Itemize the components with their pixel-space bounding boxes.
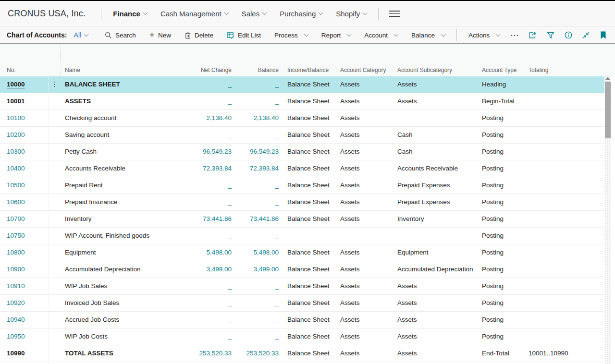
- row-menu[interactable]: ⋮: [49, 211, 61, 227]
- more-options-icon[interactable]: ⋯: [506, 30, 523, 40]
- cell-account-no[interactable]: 10000: [0, 76, 49, 93]
- bookmark-icon[interactable]: [600, 31, 606, 39]
- cell-balance[interactable]: _: [232, 278, 283, 294]
- cell-account-name[interactable]: LIABILITIES: [61, 362, 186, 364]
- table-row[interactable]: 10001 ⋮ ASSETS _ _ Balance Sheet Assets …: [0, 93, 604, 110]
- row-menu[interactable]: ⋮: [49, 228, 61, 244]
- cell-balance[interactable]: 96,549.23: [232, 144, 283, 160]
- table-row[interactable]: 10700 ⋮ Inventory 73,441.86 73,441.86 Ba…: [0, 211, 604, 228]
- cell-account-no[interactable]: 10910: [0, 278, 49, 294]
- cell-net-change[interactable]: 72,393.84: [186, 160, 232, 177]
- row-menu[interactable]: ⋮: [49, 127, 61, 143]
- cell-balance[interactable]: _: [232, 177, 283, 194]
- search-button[interactable]: Search: [102, 32, 139, 39]
- actions-menu[interactable]: Actions: [466, 32, 503, 39]
- row-menu[interactable]: ⋮: [49, 93, 61, 109]
- row-menu[interactable]: ⋮: [49, 362, 61, 364]
- table-row[interactable]: 10990 ⋮ TOTAL ASSETS 253,520.33 253,520.…: [0, 345, 604, 362]
- cell-account-name[interactable]: Saving account: [61, 127, 186, 143]
- scrollbar-thumb[interactable]: [605, 82, 611, 138]
- table-row[interactable]: 10300 ⋮ Petty Cash 96,549.23 96,549.23 B…: [0, 144, 604, 160]
- cell-balance[interactable]: 5,498.00: [232, 244, 283, 261]
- cell-net-change[interactable]: _: [186, 93, 232, 109]
- cell-net-change[interactable]: 253,520.33: [186, 345, 232, 362]
- cell-account-name[interactable]: WIP Job Costs: [61, 328, 186, 345]
- column-header-account-category[interactable]: Account Category: [335, 64, 393, 76]
- cell-account-name[interactable]: Prepaid Insurance: [61, 194, 186, 210]
- cell-net-change[interactable]: 5,498.00: [186, 244, 232, 261]
- table-row[interactable]: 10600 ⋮ Prepaid Insurance _ _ Balance Sh…: [0, 194, 604, 211]
- cell-account-no[interactable]: 10600: [0, 194, 49, 210]
- cell-account-name[interactable]: Inventory: [61, 211, 186, 227]
- row-menu[interactable]: ⋮: [49, 76, 61, 93]
- table-row[interactable]: 10200 ⋮ Saving account _ _ Balance Sheet…: [0, 127, 604, 144]
- cell-account-name[interactable]: WIP Account, Finished goods: [61, 228, 186, 244]
- column-header-totaling[interactable]: Totaling: [524, 64, 604, 76]
- collapse-view-icon[interactable]: [582, 31, 590, 39]
- row-menu[interactable]: ⋮: [49, 160, 61, 177]
- vertical-scrollbar[interactable]: [604, 75, 611, 364]
- cell-account-no[interactable]: 10950: [0, 328, 49, 345]
- cell-account-name[interactable]: Petty Cash: [61, 144, 186, 160]
- column-header-income-balance[interactable]: Income/Balance: [283, 64, 335, 76]
- cell-balance[interactable]: [232, 362, 283, 364]
- delete-button[interactable]: Delete: [182, 32, 216, 39]
- cell-balance[interactable]: 72,393.84: [232, 160, 283, 177]
- row-menu[interactable]: ⋮: [49, 312, 61, 328]
- column-header-account-subcategory[interactable]: Account Subcategory: [393, 64, 477, 76]
- cell-account-no[interactable]: 10300: [0, 144, 49, 160]
- cell-net-change[interactable]: _: [186, 312, 232, 328]
- cell-account-no[interactable]: 10400: [0, 160, 49, 177]
- table-row[interactable]: 20001 ⋮ LIABILITIES Balance Sheet Liabil…: [0, 362, 604, 364]
- cell-balance[interactable]: _: [232, 93, 283, 109]
- cell-account-no[interactable]: 20001: [0, 362, 49, 364]
- account-menu[interactable]: Account: [361, 32, 401, 39]
- nav-item-purchasing[interactable]: Purchasing: [273, 10, 329, 18]
- cell-balance[interactable]: 253,520.33: [232, 345, 283, 362]
- cell-account-no[interactable]: 10200: [0, 127, 49, 143]
- row-menu[interactable]: ⋮: [49, 328, 61, 345]
- new-button[interactable]: + New: [147, 32, 174, 39]
- cell-account-name[interactable]: Equipment: [61, 244, 186, 261]
- column-header-account-type[interactable]: Account Type: [477, 64, 524, 76]
- column-header-name[interactable]: Name: [61, 64, 186, 76]
- table-row[interactable]: 10000 ⋮ BALANCE SHEET _ _ Balance Sheet …: [0, 76, 604, 93]
- cell-balance[interactable]: _: [232, 328, 283, 345]
- cell-net-change[interactable]: _: [186, 127, 232, 143]
- cell-account-name[interactable]: Invoiced Job Sales: [61, 295, 186, 311]
- cell-account-no[interactable]: 10500: [0, 177, 49, 194]
- nav-item-shopify[interactable]: Shopify: [329, 10, 373, 18]
- report-menu[interactable]: Report: [319, 32, 354, 39]
- nav-item-sales[interactable]: Sales: [235, 10, 273, 18]
- cell-net-change[interactable]: _: [186, 278, 232, 294]
- nav-item-finance[interactable]: Finance: [106, 10, 154, 18]
- row-menu[interactable]: ⋮: [49, 261, 61, 278]
- hamburger-icon[interactable]: [389, 11, 400, 17]
- cell-balance[interactable]: _: [232, 228, 283, 244]
- cell-account-no[interactable]: 10700: [0, 211, 49, 227]
- row-menu[interactable]: ⋮: [49, 295, 61, 311]
- cell-net-change[interactable]: _: [186, 228, 232, 244]
- table-row[interactable]: 10500 ⋮ Prepaid Rent _ _ Balance Sheet A…: [0, 177, 604, 194]
- column-header-no[interactable]: No.: [0, 64, 49, 76]
- cell-account-name[interactable]: Accrued Job Costs: [61, 312, 186, 328]
- row-menu[interactable]: ⋮: [49, 345, 61, 362]
- cell-account-no[interactable]: 10750: [0, 228, 49, 244]
- cell-account-name[interactable]: BALANCE SHEET: [61, 76, 186, 93]
- row-context-menu-icon[interactable]: ⋮: [51, 80, 58, 88]
- cell-net-change[interactable]: 96,549.23: [186, 144, 232, 160]
- cell-account-name[interactable]: Checking account: [61, 110, 186, 126]
- company-name[interactable]: CRONUS USA, Inc.: [8, 9, 86, 19]
- cell-account-no[interactable]: 10800: [0, 244, 49, 261]
- table-row[interactable]: 10920 ⋮ Invoiced Job Sales _ _ Balance S…: [0, 295, 604, 312]
- column-header-balance[interactable]: Balance: [232, 64, 283, 76]
- cell-balance[interactable]: _: [232, 194, 283, 210]
- table-row[interactable]: 10910 ⋮ WIP Job Sales _ _ Balance Sheet …: [0, 278, 604, 295]
- table-row[interactable]: 10750 ⋮ WIP Account, Finished goods _ _ …: [0, 228, 604, 244]
- cell-net-change[interactable]: _: [186, 295, 232, 311]
- table-row[interactable]: 10100 ⋮ Checking account 2,138.40 2,138.…: [0, 110, 604, 127]
- scrollbar-up-arrow-icon[interactable]: [605, 77, 610, 80]
- table-row[interactable]: 10940 ⋮ Accrued Job Costs _ _ Balance Sh…: [0, 312, 604, 328]
- balance-menu[interactable]: Balance: [408, 32, 448, 39]
- cell-balance[interactable]: _: [232, 76, 283, 93]
